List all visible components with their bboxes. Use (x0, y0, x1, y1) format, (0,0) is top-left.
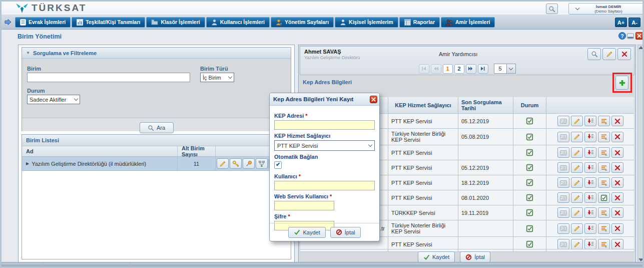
edit-button[interactable] (571, 147, 583, 158)
query-button[interactable] (598, 162, 610, 173)
auto-connect-checkbox[interactable] (274, 161, 282, 169)
search-ara-button[interactable]: Ara (140, 122, 174, 133)
download-button[interactable] (584, 147, 596, 158)
download-button[interactable] (584, 162, 596, 173)
query-button[interactable] (598, 132, 610, 142)
delete-button[interactable] (611, 132, 623, 142)
detail-button[interactable] (557, 162, 569, 173)
kep-adresi-input[interactable] (274, 120, 375, 130)
edit-button[interactable] (571, 207, 583, 218)
download-button[interactable] (584, 177, 596, 188)
user-menu-dropdown[interactable]: İsmail DEMİR (Demo Sayfası) (568, 3, 643, 15)
query-button[interactable] (598, 116, 610, 126)
durum-select[interactable]: Sadece Aktifler (27, 95, 80, 104)
edit-button[interactable] (571, 116, 583, 126)
delete-button[interactable] (611, 177, 623, 188)
vertical-scrollbar[interactable] (637, 45, 644, 265)
query-button[interactable] (598, 177, 610, 188)
org-tree-button[interactable] (256, 158, 268, 169)
birim-input[interactable] (27, 73, 190, 82)
close-page-icon[interactable] (635, 32, 643, 40)
edit-button[interactable] (571, 223, 583, 234)
edit-button[interactable] (571, 239, 583, 249)
detail-button[interactable] (557, 177, 569, 188)
delete-button[interactable] (611, 239, 623, 249)
download-button[interactable] (584, 223, 596, 234)
detail-button[interactable] (557, 207, 569, 218)
dialog-cancel-button[interactable]: İptal (330, 227, 361, 238)
menu-item[interactable]: Raporlar (399, 17, 440, 28)
delete-button[interactable] (611, 207, 623, 218)
paginator-first-button[interactable] (419, 64, 429, 74)
window-icon[interactable] (627, 33, 634, 41)
query-button[interactable] (598, 239, 610, 249)
global-search-button[interactable] (546, 4, 558, 14)
dialog-provider-select[interactable]: PTT KEP Servisi (274, 140, 375, 151)
edit-button[interactable] (571, 132, 583, 142)
web-servis-input[interactable] (274, 201, 334, 210)
kep-save-button[interactable]: Kaydet (418, 251, 455, 262)
menu-item[interactable]: Kullanıcı İşlemleri (206, 17, 270, 28)
kep-date-cell (458, 145, 513, 160)
paginator-prev-button[interactable] (431, 64, 441, 74)
dialog-save-button[interactable]: Kaydet (288, 227, 325, 238)
download-button[interactable] (584, 132, 596, 142)
paginator-next-button[interactable] (466, 64, 476, 74)
detail-button[interactable] (557, 192, 569, 203)
query-button[interactable] (598, 147, 610, 158)
person-delete-button[interactable] (617, 48, 631, 60)
download-button[interactable] (584, 239, 596, 249)
delete-button[interactable] (611, 116, 623, 126)
detail-button[interactable] (557, 147, 569, 158)
menu-item-label: Yönetim Sayfaları (285, 19, 329, 25)
kep-cancel-button[interactable]: İptal (460, 251, 490, 262)
verified-button[interactable] (598, 192, 610, 203)
detail-button[interactable] (557, 239, 569, 249)
birim-table-row[interactable]: ▶ Yazılım Geliştirme Direktörlüğü (il mü… (22, 157, 291, 171)
kullanici-input[interactable] (274, 181, 375, 190)
detail-button[interactable] (557, 116, 569, 126)
person-search-button[interactable] (587, 48, 601, 60)
delete-button[interactable] (611, 147, 623, 158)
help-icon[interactable]: ? (618, 32, 626, 40)
expand-triangle-icon[interactable]: ▶ (26, 161, 29, 166)
add-kep-address-button[interactable] (615, 76, 628, 90)
query-button[interactable] (598, 223, 610, 234)
menu-item[interactable]: Teşkilat/Kişi Tanımları (72, 17, 145, 28)
person-edit-button[interactable] (602, 48, 616, 60)
font-increase-button[interactable]: A+ (615, 18, 627, 27)
birim-turu-select[interactable]: İç Birim (200, 73, 234, 82)
col-actions (546, 97, 634, 113)
delete-button[interactable] (611, 192, 623, 203)
download-button[interactable] (584, 207, 596, 218)
download-button[interactable] (584, 116, 596, 126)
chevron-down-icon (368, 143, 372, 147)
menu-item[interactable]: Evrak İşlemleri (15, 17, 71, 28)
filter-panel-header[interactable]: ▼ Sorgulama ve Filtreleme (22, 48, 291, 59)
edit-button[interactable] (571, 177, 583, 188)
col-durum: Durum (513, 97, 546, 113)
edit-button[interactable] (571, 192, 583, 203)
paginator-page-2[interactable]: 2 (454, 64, 464, 74)
pin-button[interactable] (243, 158, 255, 169)
key-button[interactable] (230, 158, 242, 169)
menu-item[interactable]: Klasör İşlemleri (146, 17, 205, 28)
menu-item[interactable]: Amir İşlemleri (441, 17, 495, 28)
dialog-close-icon[interactable] (370, 96, 377, 103)
menu-item[interactable]: Kişisel İşlemlerim (335, 17, 398, 28)
detail-button[interactable] (557, 223, 569, 234)
paginator-last-button[interactable] (478, 64, 488, 74)
download-button[interactable] (584, 192, 596, 203)
page-size-select[interactable]: 5 (494, 64, 516, 74)
font-decrease-button[interactable]: A- (628, 18, 640, 27)
query-button[interactable] (598, 207, 610, 218)
menu-item[interactable]: Yönetim Sayfaları (271, 17, 334, 28)
edit-button[interactable] (217, 158, 229, 169)
delete-button[interactable] (611, 162, 623, 173)
edit-button[interactable] (571, 162, 583, 173)
menu-collapse-arrow-icon[interactable] (4, 18, 12, 26)
detail-button[interactable] (557, 132, 569, 142)
paginator-page-1[interactable]: 1 (443, 64, 453, 74)
scroll-up-arrow-icon[interactable] (638, 46, 643, 51)
delete-button[interactable] (611, 223, 623, 234)
